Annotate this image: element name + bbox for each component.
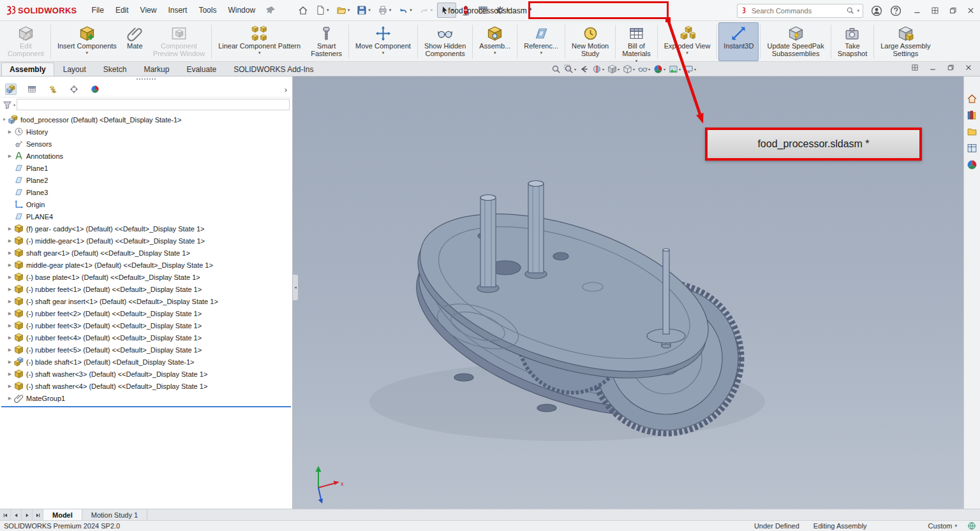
- rail-appearance-icon[interactable]: [967, 159, 977, 170]
- exploded-view-button[interactable]: Exploded View▾: [659, 22, 716, 61]
- dropdown-caret[interactable]: ▾: [431, 8, 433, 13]
- filter-funnel-icon[interactable]: [3, 100, 12, 110]
- smart-fasteners-button[interactable]: SmartFasteners: [306, 22, 347, 61]
- instant3d-button[interactable]: Instant3D: [718, 22, 759, 61]
- expand-arrow[interactable]: ▶: [6, 360, 13, 365]
- dropdown-caret[interactable]: ▾: [348, 8, 350, 13]
- dropdown-caret[interactable]: ▾: [494, 50, 496, 55]
- menu-file[interactable]: File: [86, 3, 110, 17]
- doc-restore-icon[interactable]: [947, 64, 954, 71]
- bill-of-materials-button[interactable]: Bill ofMaterials▾: [617, 22, 656, 61]
- tree-item[interactable]: ▶(-) rubber feet<2> (Default) <<Default>…: [0, 307, 292, 319]
- tree-item[interactable]: ▶(-) blade shaft<1> (Default) <Default_D…: [0, 356, 292, 368]
- dropdown-caret[interactable]: ▾: [410, 8, 412, 13]
- tree-item[interactable]: ▶(-) shaft gear insert<1> (Default) <<De…: [0, 295, 292, 307]
- menu-window[interactable]: Window: [222, 3, 261, 17]
- tree-item[interactable]: Plane3: [0, 186, 292, 198]
- view-settings-button[interactable]: ▾: [683, 63, 697, 75]
- expand-arrow[interactable]: ▶: [6, 154, 13, 159]
- apply-scene-button[interactable]: ▾: [667, 63, 682, 75]
- dropdown-caret[interactable]: ▾: [694, 67, 696, 71]
- account-icon[interactable]: [871, 5, 882, 17]
- rail-library-icon[interactable]: [967, 110, 977, 120]
- tree-item[interactable]: ▶(-) rubber feet<4> (Default) <<Default>…: [0, 331, 292, 344]
- panel-splitter-handle[interactable]: [0, 76, 292, 82]
- move-component-button[interactable]: Move Component▾: [350, 22, 416, 61]
- next-tab-button[interactable]: [22, 509, 33, 520]
- dropdown-caret[interactable]: ▾: [633, 67, 635, 71]
- dropdown-caret[interactable]: ▾: [664, 67, 665, 71]
- menu-insert[interactable]: Insert: [162, 3, 193, 17]
- print-button[interactable]: ▾: [375, 3, 394, 18]
- minimize-icon[interactable]: [913, 6, 921, 15]
- last-tab-button[interactable]: [33, 509, 43, 520]
- tree-item[interactable]: ▶(-) base plate<1> (Default) <<Default>_…: [0, 271, 292, 283]
- displaymanager-tab-icon[interactable]: [89, 84, 101, 95]
- edit-appearance-button[interactable]: ▾: [652, 63, 667, 75]
- tree-item[interactable]: ▼food_processor (Default) <Default_Displ…: [0, 113, 292, 126]
- expand-arrow[interactable]: ▶: [6, 251, 13, 256]
- component-preview-window-button[interactable]: ComponentPreview Window: [148, 22, 210, 61]
- tree-item[interactable]: ▶(-) rubber feet<5> (Default) <<Default>…: [0, 344, 292, 356]
- tree-item[interactable]: ▶Annotations: [0, 150, 292, 162]
- rail-palette-icon[interactable]: [967, 143, 977, 154]
- panel-expand-chevron[interactable]: ›: [285, 85, 287, 94]
- tree-item[interactable]: ▶(-) shaft washer<4> (Default) <<Default…: [0, 380, 292, 392]
- open-document-button[interactable]: ▾: [334, 3, 353, 18]
- previous-view-button[interactable]: [578, 63, 590, 75]
- save-button[interactable]: ▾: [354, 3, 373, 18]
- units-dropdown-caret[interactable]: ▾: [954, 523, 957, 528]
- tab-evaluate[interactable]: Evaluate: [178, 62, 225, 76]
- expand-arrow[interactable]: ▶: [6, 263, 13, 268]
- expand-arrow[interactable]: ▶: [6, 226, 13, 231]
- propertymanager-tab-icon[interactable]: [26, 84, 38, 95]
- dropdown-caret[interactable]: ▾: [368, 8, 371, 13]
- undo-button[interactable]: ▾: [396, 3, 415, 18]
- tab-assembly[interactable]: Assembly: [1, 62, 54, 76]
- doc-tile-icon[interactable]: [911, 64, 919, 71]
- view-orientation-button[interactable]: ▾: [606, 63, 621, 75]
- tree-item[interactable]: ▶shaft gear<1> (Default) <<Default>_Disp…: [0, 247, 292, 259]
- expand-arrow[interactable]: ▶: [6, 372, 13, 377]
- tree-item[interactable]: ▶(-) rubber feet<1> (Default) <<Default>…: [0, 283, 292, 295]
- filter-caret[interactable]: ▾: [13, 103, 15, 107]
- doc-minimize-icon[interactable]: [929, 64, 937, 71]
- dropdown-caret[interactable]: ▾: [686, 50, 688, 55]
- prev-tab-button[interactable]: [11, 509, 22, 520]
- tab-sketch[interactable]: Sketch: [95, 62, 135, 76]
- zoom-fit-button[interactable]: [550, 63, 562, 75]
- tree-item[interactable]: Sensors: [0, 138, 292, 150]
- dropdown-caret[interactable]: ▾: [540, 50, 542, 55]
- search-dropdown-caret[interactable]: ▾: [857, 8, 859, 13]
- filter-input[interactable]: [17, 99, 290, 110]
- pin-icon[interactable]: [266, 6, 275, 15]
- menu-edit[interactable]: Edit: [110, 3, 135, 17]
- rollback-bar[interactable]: [1, 406, 291, 407]
- rail-home-icon[interactable]: [967, 93, 977, 104]
- tree-item[interactable]: ▶(f) gear- caddy<1> (Default) <<Default>…: [0, 222, 292, 235]
- reference-geometry-button[interactable]: Referenc...▾: [519, 22, 563, 61]
- dropdown-caret[interactable]: ▾: [648, 67, 650, 71]
- tree-item[interactable]: ▶(-) rubber feet<3> (Default) <<Default>…: [0, 319, 292, 331]
- tab-solidworks-add-ins[interactable]: SOLIDWORKS Add-Ins: [225, 62, 322, 76]
- configurationmanager-tab-icon[interactable]: [47, 84, 59, 95]
- tree-item[interactable]: ▶History: [0, 126, 292, 138]
- dropdown-caret[interactable]: ▾: [389, 8, 392, 13]
- expand-arrow[interactable]: ▶: [6, 384, 13, 389]
- dropdown-caret[interactable]: ▾: [574, 67, 576, 71]
- expand-arrow[interactable]: ▶: [6, 347, 13, 353]
- home-button[interactable]: [295, 3, 311, 18]
- hide-items-button[interactable]: ▾: [637, 63, 651, 75]
- expand-arrow[interactable]: ▶: [6, 323, 13, 328]
- expand-arrow[interactable]: ▶: [6, 396, 13, 401]
- search-input[interactable]: [752, 7, 843, 15]
- dropdown-caret[interactable]: ▾: [602, 67, 604, 71]
- insert-components-button[interactable]: Insert Components▾: [52, 22, 122, 61]
- tab-model[interactable]: Model: [43, 509, 82, 520]
- update-speedpak-button[interactable]: Update SpeedPakSubassemblies: [762, 22, 829, 61]
- tree-item[interactable]: Plane2: [0, 174, 292, 186]
- edit-component-button[interactable]: EditComponent: [3, 22, 49, 61]
- menu-tools[interactable]: Tools: [193, 3, 222, 17]
- take-snapshot-button[interactable]: TakeSnapshot: [833, 22, 872, 61]
- first-tab-button[interactable]: [0, 509, 11, 520]
